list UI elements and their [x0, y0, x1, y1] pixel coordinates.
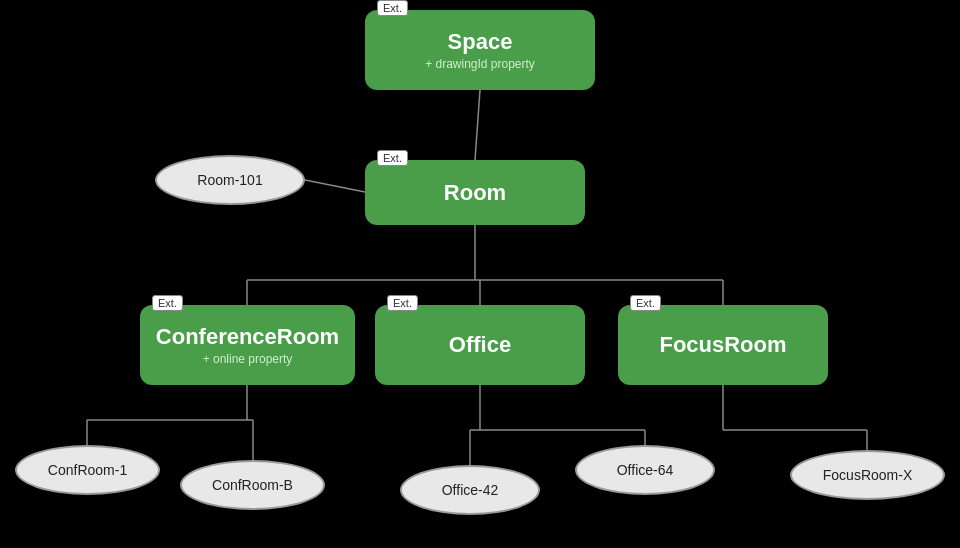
office-node: Ext. Office — [375, 305, 585, 385]
confroom-1-label: ConfRoom-1 — [48, 462, 127, 478]
space-title: Space — [448, 29, 513, 55]
conference-room-title: ConferenceRoom — [156, 324, 339, 350]
office-64-ellipse: Office-64 — [575, 445, 715, 495]
room-101-label: Room-101 — [197, 172, 262, 188]
conference-room-ext-badge: Ext. — [152, 295, 183, 311]
confroom-b-label: ConfRoom-B — [212, 477, 293, 493]
focusroom-x-label: FocusRoom-X — [823, 467, 912, 483]
confroom-b-ellipse: ConfRoom-B — [180, 460, 325, 510]
room-ext-badge: Ext. — [377, 150, 408, 166]
space-node: Ext. Space + drawingId property — [365, 10, 595, 90]
space-ext-badge: Ext. — [377, 0, 408, 16]
office-42-ellipse: Office-42 — [400, 465, 540, 515]
office-ext-badge: Ext. — [387, 295, 418, 311]
office-title: Office — [449, 332, 511, 358]
focus-room-node: Ext. FocusRoom — [618, 305, 828, 385]
room-node: Ext. Room — [365, 160, 585, 225]
space-subtitle: + drawingId property — [425, 57, 535, 71]
conference-room-subtitle: + online property — [203, 352, 293, 366]
room-101-ellipse: Room-101 — [155, 155, 305, 205]
focus-room-title: FocusRoom — [659, 332, 786, 358]
svg-line-6 — [305, 180, 365, 192]
svg-line-0 — [475, 90, 480, 160]
office-42-label: Office-42 — [442, 482, 499, 498]
conference-room-node: Ext. ConferenceRoom + online property — [140, 305, 355, 385]
room-title: Room — [444, 180, 506, 206]
confroom-1-ellipse: ConfRoom-1 — [15, 445, 160, 495]
focusroom-x-ellipse: FocusRoom-X — [790, 450, 945, 500]
focus-room-ext-badge: Ext. — [630, 295, 661, 311]
office-64-label: Office-64 — [617, 462, 674, 478]
